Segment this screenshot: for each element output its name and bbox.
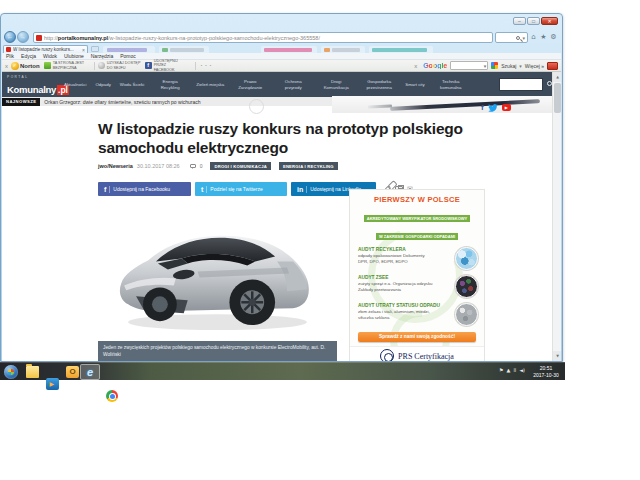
chevron-down-icon: ▾ bbox=[522, 35, 525, 41]
page-scrollbar[interactable]: ▲ ▼ bbox=[552, 72, 561, 361]
active-tab[interactable]: W listopadzie ruszy konkurs... × bbox=[3, 45, 88, 53]
menu-pomoc[interactable]: Pomoc bbox=[120, 53, 136, 59]
tag-drogi-komunikacja[interactable]: DROGI I KOMUNIKACJA bbox=[210, 162, 270, 170]
nav-energia-recykling[interactable]: Energia Recykling bbox=[153, 79, 187, 90]
google-close-icon[interactable]: x bbox=[414, 63, 417, 69]
google-toolbar: x Google Szukaj ▾ Więcej » bbox=[411, 61, 561, 70]
menu-ulubione[interactable]: Ulubione bbox=[64, 53, 84, 59]
system-tray: ⚑ ▲ ll ◄) bbox=[499, 367, 525, 373]
ad-footer: PRS Certyfikacja bbox=[350, 346, 484, 361]
google-more-button[interactable]: Więcej » bbox=[525, 63, 544, 69]
home-icon[interactable]: ⌂ bbox=[529, 32, 538, 43]
menu-edycja[interactable]: Edycja bbox=[21, 53, 36, 59]
header-banner-image bbox=[332, 96, 554, 113]
scroll-up-icon[interactable]: ▲ bbox=[553, 72, 561, 82]
article-image-car[interactable] bbox=[98, 202, 337, 341]
tab-favicon bbox=[6, 47, 11, 52]
nav-smart-city[interactable]: Smart city bbox=[405, 82, 425, 88]
news-ticker: NAJNOWSZE Orkan Grzegorz: dwie ofiary śm… bbox=[2, 97, 336, 106]
minimize-button[interactable]: – bbox=[513, 17, 526, 25]
outlook-taskbar-icon[interactable]: O bbox=[66, 366, 79, 378]
nav-aktualnosci[interactable]: Aktualności bbox=[64, 82, 86, 88]
favorites-icon[interactable]: ★ bbox=[539, 32, 548, 43]
nav-prawo-zarzadzanie[interactable]: Prawo Zarządzanie bbox=[233, 79, 267, 90]
nav-drogi-komunikacja[interactable]: Drogi Komunikacja bbox=[319, 79, 353, 90]
ticker-headline[interactable]: Orkan Grzegorz: dwie ofiary śmiertelne, … bbox=[44, 99, 200, 105]
language-flag-icon[interactable]: ⚑ bbox=[499, 367, 503, 373]
explorer-taskbar-icon[interactable] bbox=[26, 366, 39, 378]
network-icon[interactable]: ll bbox=[513, 367, 516, 373]
share-facebook-button[interactable]: f Udostępnij na Facebooku bbox=[98, 182, 191, 196]
menu-plik[interactable]: Plik bbox=[6, 53, 14, 59]
inactive-tab[interactable] bbox=[261, 46, 317, 53]
new-tab-button[interactable] bbox=[91, 46, 99, 52]
maximize-button[interactable]: □ bbox=[527, 17, 540, 25]
ie-taskbar-button-active[interactable]: e bbox=[80, 364, 100, 380]
inactive-tab[interactable] bbox=[321, 46, 365, 53]
address-search-box[interactable]: ▾ bbox=[495, 32, 528, 43]
volume-icon[interactable]: ◄) bbox=[519, 367, 525, 373]
media-player-taskbar-icon[interactable] bbox=[46, 378, 59, 390]
address-bar-row: ← → http://portalkomunalny.pl/w-listopad… bbox=[4, 31, 559, 44]
nav-ochrona-przyrody[interactable]: Ochrona przyrody bbox=[276, 79, 310, 90]
nav-technika-komunalna[interactable]: Technika komunalna bbox=[434, 79, 468, 90]
taskbar-clock[interactable]: 20:51 2017-10-30 bbox=[529, 365, 563, 379]
ad-cta-button[interactable]: Sprawdź z nami swoją zgodność! bbox=[358, 332, 476, 342]
ad-section-odpad: AUDYT UTRATY STATUSU ODPADU złom żelaza … bbox=[358, 303, 478, 326]
desktop: – □ ✕ ← → http://portalkomunalny.pl/w-li… bbox=[0, 0, 640, 480]
nav-woda-scieki[interactable]: Woda Ścieki bbox=[120, 82, 144, 88]
scroll-down-icon[interactable]: ▼ bbox=[553, 351, 561, 361]
inactive-tab[interactable] bbox=[103, 46, 155, 53]
menu-narzedzia[interactable]: Narzędzia bbox=[91, 53, 114, 59]
page-viewport: PORTAL Komunalny.pl Aktualności Odpady W… bbox=[2, 72, 561, 361]
back-button[interactable]: ← bbox=[4, 31, 16, 43]
tag-energia-recykling[interactable]: ENERGIA I RECYKLING bbox=[279, 162, 338, 170]
sidebar-ad[interactable]: PIERWSZY W POLSCE AKREDYTOWANY WERYFIKAT… bbox=[349, 189, 485, 361]
linkedin-icon: in bbox=[297, 186, 307, 193]
site-logo[interactable]: PORTAL Komunalny.pl bbox=[7, 75, 69, 97]
twitter-icon: t bbox=[201, 186, 207, 193]
share-twitter-button[interactable]: t Podziel się na Twitterze bbox=[195, 182, 287, 196]
ad-header: PIERWSZY W POLSCE bbox=[350, 195, 484, 204]
twitter-icon[interactable] bbox=[488, 104, 498, 112]
tab-close-icon[interactable]: × bbox=[82, 47, 85, 53]
url-field[interactable]: http://portalkomunalny.pl/w-listopadzie-… bbox=[33, 32, 493, 43]
inactive-tab[interactable] bbox=[369, 46, 433, 53]
article-title: W listopadzie ruszy konkurs na prototyp … bbox=[98, 119, 472, 157]
chevron-down-icon[interactable]: ▾ bbox=[519, 63, 522, 69]
start-button[interactable] bbox=[4, 365, 18, 379]
youtube-icon[interactable]: ▶ bbox=[502, 104, 511, 111]
menu-widok[interactable]: Widok bbox=[43, 53, 57, 59]
google-search-button[interactable]: Szukaj bbox=[501, 63, 516, 69]
nav-gospodarka-przestrzenna[interactable]: Gospodarka przestrzenna bbox=[362, 79, 396, 90]
facebook-icon[interactable]: f bbox=[481, 103, 484, 112]
comments-icon[interactable] bbox=[190, 164, 196, 169]
nav-odpady[interactable]: Odpady bbox=[95, 82, 110, 88]
toolbar-extension-icon[interactable] bbox=[547, 62, 558, 70]
ewaste-photo bbox=[455, 275, 478, 298]
social-links: f ▶ bbox=[481, 103, 511, 112]
ad-subheader: AKREDYTOWANY WERYFIKATOR ŚRODOWISKOWY W … bbox=[350, 206, 484, 242]
internet-explorer-icon: e bbox=[81, 365, 99, 379]
site-search-input[interactable] bbox=[499, 78, 543, 91]
google-search-input[interactable] bbox=[450, 61, 488, 70]
comments-count[interactable]: 0 bbox=[200, 163, 203, 169]
facebook-icon: f bbox=[145, 62, 152, 69]
inactive-tab[interactable] bbox=[159, 46, 209, 53]
scrollbar-thumb[interactable] bbox=[554, 83, 561, 113]
tray-expand-icon[interactable]: ▲ bbox=[507, 367, 511, 373]
norton-vault-button[interactable]: UZYSKAJ DOSTĘP DO SEJFU bbox=[98, 61, 141, 70]
close-button[interactable]: ✕ bbox=[541, 17, 558, 25]
norton-icon bbox=[11, 62, 19, 70]
more-options-icon[interactable]: • • • bbox=[201, 63, 212, 68]
nav-zielen-miejska[interactable]: Zieleń miejska bbox=[196, 82, 224, 88]
norton-close-icon[interactable]: x bbox=[5, 63, 8, 69]
banner-watermark bbox=[249, 99, 264, 114]
norton-share-facebook-button[interactable]: f UDOSTĘPNIJ PRZEZ FACEBOOK bbox=[145, 59, 188, 72]
settings-icon[interactable]: ⚙ bbox=[549, 32, 558, 43]
article-date: 30.10.2017 08:26 bbox=[137, 163, 180, 169]
chrome-taskbar-icon[interactable] bbox=[106, 390, 118, 402]
forward-button[interactable]: → bbox=[17, 31, 29, 43]
norton-safe-status[interactable]: TA STRONA JEST BEZPIECZNA bbox=[44, 61, 87, 70]
article-author[interactable]: jwo/Newseria bbox=[98, 163, 133, 169]
